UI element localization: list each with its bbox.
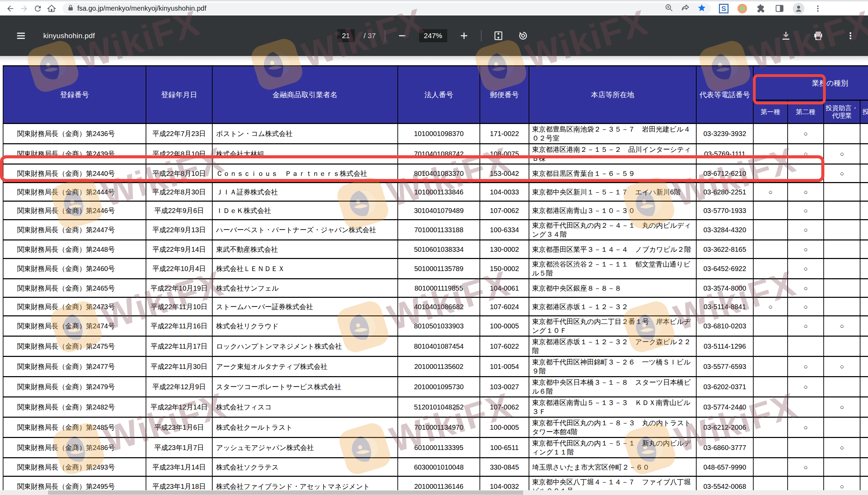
zoom-level-input[interactable]: 247% xyxy=(419,29,447,42)
cell-kind1-mark xyxy=(753,124,788,144)
cell-reg-date: 平成22年12月9日 xyxy=(146,377,212,397)
cell-reg-no: 関東財務局長（金商）第2477号 xyxy=(3,357,146,377)
cell-phone: 048-657-9990 xyxy=(696,458,753,476)
fit-page-button[interactable] xyxy=(491,28,506,44)
share-icon[interactable] xyxy=(681,3,690,14)
cell-kind1-mark xyxy=(753,259,788,279)
reload-button[interactable] xyxy=(31,2,45,15)
cell-phone: 03-6712-6210 xyxy=(696,164,753,183)
cell-kind1-mark: ○ xyxy=(753,183,788,201)
forward-button[interactable] xyxy=(17,2,31,15)
cell-reg-no: 関東財務局長（金商）第2479号 xyxy=(3,377,146,397)
home-button[interactable] xyxy=(45,2,58,15)
cell-kind1-mark xyxy=(753,397,788,417)
pdf-menu-icon[interactable] xyxy=(13,28,29,44)
cell-postal: 100-6334 xyxy=(480,220,529,240)
table-header: 登録番号 登録年月日 金融商品取引業者名 法人番号 郵便番号 本店等所在地 代表… xyxy=(3,66,868,124)
cell-corp-no: 2010001136146 xyxy=(398,476,480,491)
browser-menu-icon[interactable] xyxy=(813,3,823,14)
cell-reg-date: 平成22年8月10日 xyxy=(146,144,212,164)
zoom-out-button[interactable] xyxy=(394,28,410,44)
rotate-button[interactable] xyxy=(515,28,531,44)
cell-reg-date: 平成22年9月14日 xyxy=(146,240,212,259)
cell-phone: 03-5114-1296 xyxy=(696,336,753,357)
cell-kind2-mark: ○ xyxy=(788,220,824,240)
cell-name: 東武不動産株式会社 xyxy=(212,240,398,259)
cell-reg-date: 平成22年11月16日 xyxy=(146,316,212,336)
cell-address: 東京都渋谷区渋谷２－１－１１ 郁文堂青山通りビル５階 xyxy=(529,259,696,279)
cell-kind1-mark xyxy=(753,377,788,397)
cell-postal: 153-0042 xyxy=(480,164,529,183)
cell-postal: 130-0002 xyxy=(480,240,529,259)
cell-kind1-mark xyxy=(753,316,788,336)
cell-kind1-mark: ○ xyxy=(753,297,788,316)
cell-phone: 03-5770-1933 xyxy=(696,201,753,220)
address-bar[interactable]: fsa.go.jp/menkyo/menkyoj/kinyushohin.pdf xyxy=(63,3,711,14)
cell-address: 東京都港区南青山３－１０－３０ xyxy=(529,201,696,220)
zoom-in-button[interactable] xyxy=(456,28,472,44)
cell-advisory-mark: ○ xyxy=(824,438,860,458)
cell-clipped xyxy=(860,164,868,183)
cell-kind1-mark xyxy=(753,201,788,220)
back-button[interactable] xyxy=(3,2,17,15)
cell-reg-date: 平成22年10月4日 xyxy=(146,259,212,279)
table-row: 関東財務局長（金商）第2460号 平成22年10月4日 株式会社ＬＥＮＤＥＸ 5… xyxy=(3,259,868,279)
zoom-page-icon[interactable] xyxy=(665,3,673,13)
table-row: 関東財務局長（金商）第2493号 平成23年1月14日 株式会社ソクラテス 60… xyxy=(3,458,868,476)
orange-extension-icon[interactable] xyxy=(737,3,747,14)
table-row: 関東財務局長（金商）第2474号 平成22年11月16日 株式会社リクラウド 8… xyxy=(3,316,868,336)
download-icon[interactable] xyxy=(778,28,794,44)
s-extension-icon[interactable]: S xyxy=(719,3,729,14)
cell-kind2-mark xyxy=(788,397,824,417)
cell-phone: 03-3574-8000 xyxy=(696,279,753,297)
profile-avatar[interactable] xyxy=(793,3,804,14)
horizontal-scrollbar[interactable] xyxy=(0,490,868,495)
cell-phone: 03-5769-1111 xyxy=(696,144,753,164)
cell-advisory-mark: ○ xyxy=(824,164,860,183)
cell-postal: 330-0845 xyxy=(480,458,529,476)
cell-address: 東京都豊島区南池袋２－３５－７ 岩田光建ビル４０２号室 xyxy=(529,124,696,144)
cell-clipped xyxy=(860,377,868,397)
page-number-input[interactable]: 21 xyxy=(337,29,354,42)
cell-address: 東京都千代田区丸の内二丁目２番１号 岸本ビルヂング１０Ｆ xyxy=(529,316,696,336)
horizontal-scrollbar-thumb[interactable] xyxy=(48,491,523,495)
toolbar-divider xyxy=(385,30,385,42)
pdf-page: 登録番号 登録年月日 金融商品取引業者名 法人番号 郵便番号 本店等所在地 代表… xyxy=(0,56,868,491)
cell-postal: 107-6022 xyxy=(480,336,529,357)
cell-corp-no: 7010401088742 xyxy=(398,144,480,164)
print-icon[interactable] xyxy=(810,28,826,44)
cell-kind1-mark xyxy=(753,438,788,458)
cell-advisory-mark xyxy=(824,279,860,297)
puzzle-extensions-icon[interactable] xyxy=(756,3,766,14)
cell-phone: 03-3239-3932 xyxy=(696,124,753,144)
bookmark-star-icon[interactable] xyxy=(697,3,706,14)
side-panel-icon[interactable] xyxy=(774,3,785,14)
cell-reg-no: 関東財務局長（金商）第2475号 xyxy=(3,336,146,357)
cell-kind1-mark xyxy=(753,476,788,491)
table-row: 関東財務局長（金商）第2444号 平成22年8月30日 ＪＩＡ証券株式会社 10… xyxy=(3,183,868,201)
cell-clipped xyxy=(860,297,868,316)
cell-corp-no: 8010501033903 xyxy=(398,316,480,336)
table-row: 関東財務局長（金商）第2495号 平成23年1月18日 株式会社ファイブランド・… xyxy=(3,476,868,491)
cell-kind2-mark: ○ xyxy=(788,240,824,259)
cell-phone: 03-5577-6593 xyxy=(696,357,753,377)
cell-postal: 100-0005 xyxy=(480,316,529,336)
cell-phone: 03-3622-8165 xyxy=(696,240,753,259)
pdf-more-menu-icon[interactable] xyxy=(843,28,858,44)
cell-advisory-mark: ○ xyxy=(824,397,860,417)
cell-name: ＪＩＡ証券株式会社 xyxy=(212,183,398,201)
cell-name: Ｃｏｎｓｃｉｏｕｓ Ｐａｒｔｎｅｒｓ株式会社 xyxy=(212,164,398,183)
table-row: 関東財務局長（金商）第2479号 平成22年12月9日 スターツコーポレートサー… xyxy=(3,377,868,397)
cell-reg-date: 平成23年1月7日 xyxy=(146,438,212,458)
cell-kind1-mark xyxy=(753,220,788,240)
cell-corp-no: 1010001133846 xyxy=(398,183,480,201)
header-name: 金融商品取引業者名 xyxy=(212,66,398,124)
url-text[interactable]: fsa.go.jp/menkyo/menkyoj/kinyushohin.pdf xyxy=(77,4,665,12)
table-row: 関東財務局長（金商）第2447号 平成22年9月13日 ハーバーベスト・パートナ… xyxy=(3,220,868,240)
cell-corp-no: 7010001134970 xyxy=(398,417,480,438)
registry-table: 登録番号 登録年月日 金融商品取引業者名 法人番号 郵便番号 本店等所在地 代表… xyxy=(3,65,868,491)
cell-phone: 03-5542-0068 xyxy=(696,476,753,491)
cell-name: ストームハーバー証券株式会社 xyxy=(212,297,398,316)
cell-postal: 100-6511 xyxy=(480,438,529,458)
cell-corp-no: 8010001119855 xyxy=(398,279,480,297)
